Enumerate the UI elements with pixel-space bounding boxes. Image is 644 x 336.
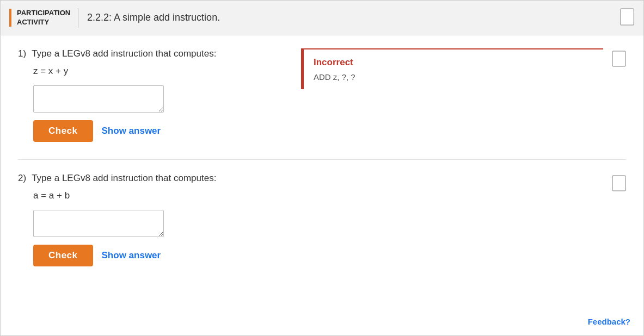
question-2-prompt: Type a LEGv8 add instruction that comput… [32,173,216,184]
question-2-show-answer-button[interactable]: Show answer [102,250,161,261]
header-divider [78,8,78,28]
feedback-link-container: Feedback? [588,317,630,327]
svg-rect-0 [621,8,634,24]
question-2-no-feedback [301,173,603,266]
question-divider [18,159,626,160]
header-left: PARTICIPATION ACTIVITY 2.2.2: A simple a… [9,8,220,28]
feedback-link[interactable]: Feedback? [588,317,630,326]
question-2-equation: a = a + b [33,190,292,201]
question-2-block: 2) Type a LEGv8 add instruction that com… [18,173,626,266]
question-2-number: 2) [18,173,26,184]
main-content: 1) Type a LEGv8 add instruction that com… [1,35,643,335]
question-1-textarea[interactable] [33,85,164,113]
question-2-textarea[interactable] [33,210,164,237]
question-1-button-row: Check Show answer [33,120,292,142]
participation-label: PARTICIPATION ACTIVITY [9,9,69,27]
question-1-bookmark [603,48,626,142]
question-1-left: 1) Type a LEGv8 add instruction that com… [18,48,301,142]
svg-rect-2 [612,176,625,191]
question-2-button-row: Check Show answer [33,245,292,266]
question-1-number: 1) [18,48,26,59]
svg-rect-1 [612,51,625,66]
question-2-bookmark [603,173,626,266]
question-1-bookmark-icon[interactable] [612,51,626,67]
bookmark-icon[interactable] [620,8,635,26]
header: PARTICIPATION ACTIVITY 2.2.2: A simple a… [1,1,643,35]
question-1-feedback-status: Incorrect [314,57,593,68]
question-2-left: 2) Type a LEGv8 add instruction that com… [18,173,301,266]
question-2-bookmark-icon[interactable] [612,175,626,191]
question-1-block: 1) Type a LEGv8 add instruction that com… [18,48,626,142]
question-1-feedback-hint: ADD z, ?, ? [314,72,593,82]
question-1-check-button[interactable]: Check [33,120,93,142]
question-1-prompt: Type a LEGv8 add instruction that comput… [32,48,216,59]
question-1-equation: z = x + y [33,66,292,77]
header-title: 2.2.2: A simple add instruction. [87,12,220,23]
header-bookmark-area [620,8,635,28]
app-container: PARTICIPATION ACTIVITY 2.2.2: A simple a… [0,0,644,336]
question-1-show-answer-button[interactable]: Show answer [102,126,161,136]
question-1-feedback-panel: Incorrect ADD z, ?, ? [301,48,603,89]
question-2-check-button[interactable]: Check [33,245,93,266]
